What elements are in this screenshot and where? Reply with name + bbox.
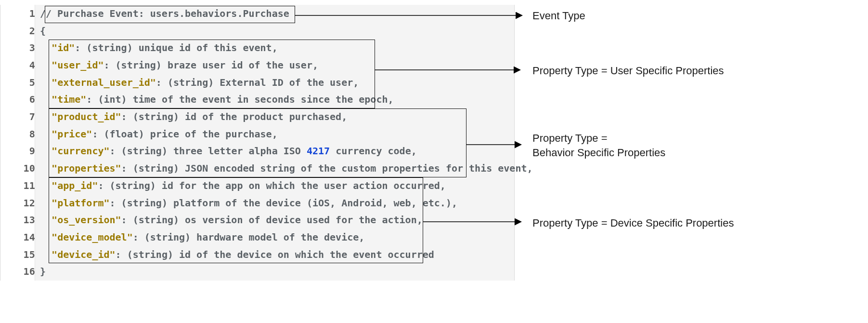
code-panel: 1// Purchase Event: users.behaviors.Purc… (0, 5, 515, 281)
code-line: 12 "platform": (string) platform of the … (0, 194, 514, 212)
code-line: 9 "currency": (string) three letter alph… (0, 143, 514, 160)
diagram-stage: 1// Purchase Event: users.behaviors.Purc… (0, 0, 868, 323)
line-number: 4 (0, 59, 35, 71)
code-line: 6 "time": (int) time of the event in sec… (0, 91, 514, 108)
code-line: 10 "properties": (string) JSON encoded s… (0, 160, 514, 177)
line-number: 5 (0, 77, 35, 88)
line-number: 10 (0, 162, 35, 174)
line-number: 13 (0, 214, 35, 226)
code-text: "user_id": (string) braze user id of the… (35, 59, 318, 71)
code-text: "os_version": (string) os version of dev… (35, 214, 423, 226)
code-text: { (35, 25, 46, 37)
code-text: "app_id": (string) id for the app on whi… (35, 180, 446, 191)
line-number: 14 (0, 231, 35, 243)
arrow-event-type (295, 11, 529, 20)
code-line: 8 "price": (float) price of the purchase… (0, 125, 514, 143)
label-user-props: Property Type = User Specific Properties (532, 64, 724, 78)
line-number: 1 (0, 8, 35, 19)
code-line: 11 "app_id": (string) id for the app on … (0, 177, 514, 194)
code-text: "device_id": (string) id of the device o… (35, 249, 434, 260)
line-number: 7 (0, 111, 35, 122)
line-number: 11 (0, 180, 35, 191)
code-line: 16} (0, 263, 514, 281)
line-number: 12 (0, 197, 35, 209)
code-text: "properties": (string) JSON encoded stri… (35, 162, 533, 174)
arrow-user-props (375, 65, 528, 75)
label-event-type: Event Type (532, 9, 585, 23)
code-text: "product_id": (string) id of the product… (35, 111, 347, 122)
code-line: 5 "external_user_id": (string) External … (0, 74, 514, 91)
code-text: "price": (float) price of the purchase, (35, 128, 278, 140)
line-number: 3 (0, 42, 35, 54)
line-number: 16 (0, 266, 35, 277)
code-line: 3 "id": (string) unique id of this event… (0, 39, 514, 56)
line-number: 15 (0, 249, 35, 260)
arrow-behavior-props (466, 140, 529, 149)
code-line: 7 "product_id": (string) id of the produ… (0, 108, 514, 125)
code-line: 14 "device_model": (string) hardware mod… (0, 229, 514, 246)
label-behavior-props: Property Type = Behavior Specific Proper… (532, 131, 665, 160)
code-text: "time": (int) time of the event in secon… (35, 94, 394, 105)
code-line: 2{ (0, 22, 514, 40)
code-text: "external_user_id": (string) External ID… (35, 77, 359, 88)
line-number: 6 (0, 94, 35, 105)
line-number: 2 (0, 25, 35, 37)
arrow-device-props (423, 217, 529, 227)
line-number: 9 (0, 145, 35, 157)
code-text: "device_model": (string) hardware model … (35, 231, 364, 243)
code-text: "currency": (string) three letter alpha … (35, 145, 417, 157)
code-line: 15 "device_id": (string) id of the devic… (0, 246, 514, 263)
label-device-props: Property Type = Device Specific Properti… (532, 216, 734, 230)
code-text: "id": (string) unique id of this event, (35, 42, 278, 54)
code-text: // Purchase Event: users.behaviors.Purch… (35, 8, 289, 19)
code-text: "platform": (string) platform of the dev… (35, 197, 457, 209)
line-number: 8 (0, 128, 35, 140)
code-text: } (35, 266, 46, 277)
